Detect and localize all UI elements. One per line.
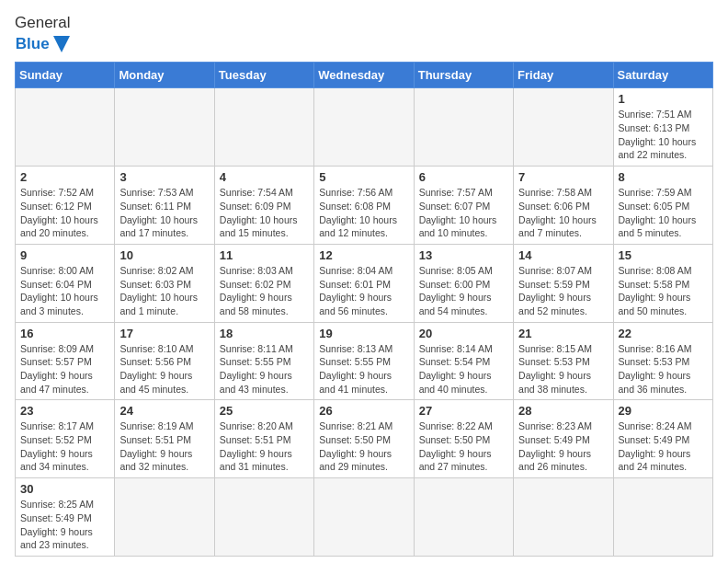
- day-number: 4: [220, 170, 309, 184]
- calendar-cell: [115, 88, 214, 167]
- calendar-cell: 25Sunrise: 8:20 AM Sunset: 5:51 PM Dayli…: [214, 400, 313, 478]
- day-number: 24: [119, 404, 209, 418]
- day-number: 1: [619, 92, 708, 106]
- day-info: Sunrise: 8:15 AM Sunset: 5:53 PM Dayligh…: [518, 342, 608, 396]
- day-number: 10: [119, 248, 209, 262]
- day-info: Sunrise: 7:54 AM Sunset: 6:09 PM Dayligh…: [220, 186, 309, 240]
- calendar-cell: [414, 88, 513, 167]
- day-info: Sunrise: 7:59 AM Sunset: 6:05 PM Dayligh…: [619, 186, 708, 240]
- calendar-cell: 16Sunrise: 8:09 AM Sunset: 5:57 PM Dayli…: [16, 322, 115, 400]
- calendar-cell: [514, 478, 613, 557]
- svg-marker-0: [53, 36, 70, 52]
- day-number: 26: [319, 404, 408, 418]
- calendar-cell: [314, 88, 414, 167]
- calendar-cell: 27Sunrise: 8:22 AM Sunset: 5:50 PM Dayli…: [414, 400, 513, 478]
- calendar-cell: [214, 88, 313, 167]
- day-number: 18: [220, 327, 309, 340]
- calendar-cell: 10Sunrise: 8:02 AM Sunset: 6:03 PM Dayli…: [115, 244, 214, 322]
- calendar-cell: [16, 88, 115, 167]
- day-number: 20: [419, 327, 508, 340]
- day-info: Sunrise: 7:51 AM Sunset: 6:13 PM Dayligh…: [619, 108, 708, 162]
- day-number: 13: [419, 248, 508, 262]
- calendar-cell: 13Sunrise: 8:05 AM Sunset: 6:00 PM Dayli…: [414, 244, 513, 322]
- calendar-cell: 8Sunrise: 7:59 AM Sunset: 6:05 PM Daylig…: [613, 167, 712, 245]
- calendar-cell: 28Sunrise: 8:23 AM Sunset: 5:49 PM Dayli…: [514, 400, 613, 478]
- day-number: 14: [518, 248, 608, 262]
- day-number: 17: [119, 327, 209, 340]
- week-row-5: 23Sunrise: 8:17 AM Sunset: 5:52 PM Dayli…: [16, 400, 713, 478]
- calendar-cell: 17Sunrise: 8:10 AM Sunset: 5:56 PM Dayli…: [115, 322, 214, 400]
- calendar-cell: 1Sunrise: 7:51 AM Sunset: 6:13 PM Daylig…: [613, 88, 712, 167]
- day-info: Sunrise: 8:02 AM Sunset: 6:03 PM Dayligh…: [119, 264, 209, 318]
- calendar-cell: 14Sunrise: 8:07 AM Sunset: 5:59 PM Dayli…: [514, 244, 613, 322]
- day-number: 12: [319, 248, 408, 262]
- day-info: Sunrise: 8:05 AM Sunset: 6:00 PM Dayligh…: [419, 264, 508, 318]
- weekday-thursday: Thursday: [414, 63, 513, 88]
- day-number: 8: [619, 170, 708, 184]
- day-info: Sunrise: 8:19 AM Sunset: 5:51 PM Dayligh…: [119, 419, 209, 474]
- calendar-cell: 22Sunrise: 8:16 AM Sunset: 5:53 PM Dayli…: [613, 322, 712, 400]
- calendar-cell: 26Sunrise: 8:21 AM Sunset: 5:50 PM Dayli…: [314, 400, 414, 478]
- weekday-monday: Monday: [115, 63, 214, 88]
- day-info: Sunrise: 7:52 AM Sunset: 6:12 PM Dayligh…: [20, 186, 109, 240]
- week-row-1: 1Sunrise: 7:51 AM Sunset: 6:13 PM Daylig…: [16, 88, 713, 167]
- day-number: 30: [20, 482, 109, 496]
- calendar-cell: [414, 478, 513, 557]
- logo-general-text: General: [15, 15, 70, 32]
- day-number: 3: [119, 170, 209, 184]
- day-info: Sunrise: 8:07 AM Sunset: 5:59 PM Dayligh…: [518, 264, 608, 318]
- day-info: Sunrise: 8:11 AM Sunset: 5:55 PM Dayligh…: [220, 342, 309, 396]
- day-info: Sunrise: 8:25 AM Sunset: 5:49 PM Dayligh…: [20, 498, 109, 552]
- calendar-cell: [214, 478, 313, 557]
- day-number: 29: [619, 404, 708, 418]
- weekday-tuesday: Tuesday: [214, 63, 313, 88]
- weekday-friday: Friday: [514, 63, 613, 88]
- day-number: 27: [419, 404, 508, 418]
- calendar-cell: 15Sunrise: 8:08 AM Sunset: 5:58 PM Dayli…: [613, 244, 712, 322]
- logo-blue-text: Blue: [16, 36, 50, 53]
- calendar-cell: 7Sunrise: 7:58 AM Sunset: 6:06 PM Daylig…: [514, 167, 613, 245]
- day-info: Sunrise: 8:17 AM Sunset: 5:52 PM Dayligh…: [20, 419, 109, 474]
- calendar-cell: 20Sunrise: 8:14 AM Sunset: 5:54 PM Dayli…: [414, 322, 513, 400]
- calendar-cell: 30Sunrise: 8:25 AM Sunset: 5:49 PM Dayli…: [16, 478, 115, 557]
- day-number: 6: [419, 170, 508, 184]
- day-info: Sunrise: 8:20 AM Sunset: 5:51 PM Dayligh…: [220, 419, 309, 474]
- logo: GeneralBlue: [15, 15, 70, 52]
- calendar-cell: 3Sunrise: 7:53 AM Sunset: 6:11 PM Daylig…: [115, 167, 214, 245]
- day-info: Sunrise: 8:03 AM Sunset: 6:02 PM Dayligh…: [220, 264, 309, 318]
- calendar-cell: 11Sunrise: 8:03 AM Sunset: 6:02 PM Dayli…: [214, 244, 313, 322]
- calendar-cell: 9Sunrise: 8:00 AM Sunset: 6:04 PM Daylig…: [16, 244, 115, 322]
- day-number: 9: [20, 248, 109, 262]
- week-row-6: 30Sunrise: 8:25 AM Sunset: 5:49 PM Dayli…: [16, 478, 713, 557]
- day-info: Sunrise: 8:16 AM Sunset: 5:53 PM Dayligh…: [619, 342, 708, 396]
- day-number: 2: [20, 170, 109, 184]
- calendar-cell: 12Sunrise: 8:04 AM Sunset: 6:01 PM Dayli…: [314, 244, 414, 322]
- calendar-cell: 24Sunrise: 8:19 AM Sunset: 5:51 PM Dayli…: [115, 400, 214, 478]
- calendar: SundayMondayTuesdayWednesdayThursdayFrid…: [15, 62, 713, 557]
- week-row-3: 9Sunrise: 8:00 AM Sunset: 6:04 PM Daylig…: [16, 244, 713, 322]
- day-info: Sunrise: 8:13 AM Sunset: 5:55 PM Dayligh…: [319, 342, 408, 396]
- calendar-cell: 23Sunrise: 8:17 AM Sunset: 5:52 PM Dayli…: [16, 400, 115, 478]
- day-number: 22: [619, 327, 708, 340]
- week-row-2: 2Sunrise: 7:52 AM Sunset: 6:12 PM Daylig…: [16, 167, 713, 245]
- day-info: Sunrise: 7:56 AM Sunset: 6:08 PM Dayligh…: [319, 186, 408, 240]
- calendar-cell: [115, 478, 214, 557]
- day-info: Sunrise: 8:21 AM Sunset: 5:50 PM Dayligh…: [319, 419, 408, 474]
- logo-triangle-icon: [53, 36, 70, 52]
- day-number: 15: [619, 248, 708, 262]
- weekday-header-row: SundayMondayTuesdayWednesdayThursdayFrid…: [16, 63, 713, 88]
- day-info: Sunrise: 7:57 AM Sunset: 6:07 PM Dayligh…: [419, 186, 508, 240]
- day-info: Sunrise: 8:24 AM Sunset: 5:49 PM Dayligh…: [619, 419, 708, 474]
- weekday-saturday: Saturday: [613, 63, 712, 88]
- day-number: 19: [319, 327, 408, 340]
- day-number: 16: [20, 327, 109, 340]
- day-info: Sunrise: 8:23 AM Sunset: 5:49 PM Dayligh…: [518, 419, 608, 474]
- day-info: Sunrise: 8:08 AM Sunset: 5:58 PM Dayligh…: [619, 264, 708, 318]
- calendar-cell: 21Sunrise: 8:15 AM Sunset: 5:53 PM Dayli…: [514, 322, 613, 400]
- day-info: Sunrise: 8:09 AM Sunset: 5:57 PM Dayligh…: [20, 342, 109, 396]
- day-info: Sunrise: 7:53 AM Sunset: 6:11 PM Dayligh…: [119, 186, 209, 240]
- day-info: Sunrise: 8:00 AM Sunset: 6:04 PM Dayligh…: [20, 264, 109, 318]
- calendar-cell: 2Sunrise: 7:52 AM Sunset: 6:12 PM Daylig…: [16, 167, 115, 245]
- calendar-cell: 18Sunrise: 8:11 AM Sunset: 5:55 PM Dayli…: [214, 322, 313, 400]
- day-number: 23: [20, 404, 109, 418]
